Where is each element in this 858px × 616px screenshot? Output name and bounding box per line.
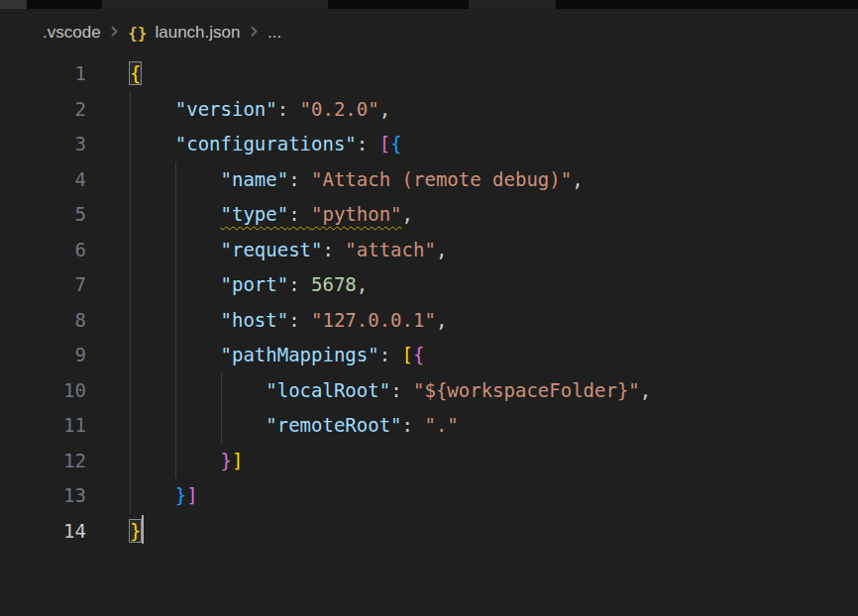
code-token: "type" (221, 203, 289, 225)
code-token: { (390, 133, 401, 154)
line-number[interactable]: 12 (0, 444, 92, 479)
chevron-right-icon: › (249, 19, 259, 43)
line-number[interactable]: 10 (0, 373, 92, 409)
line-number[interactable]: 1 (0, 56, 92, 92)
code-token: , (436, 309, 447, 331)
code-token: : (288, 168, 311, 190)
code-token: [ (379, 133, 390, 154)
code-token: ] (232, 450, 243, 471)
code-token: { (130, 62, 141, 84)
code-line[interactable]: 7 "port": 5678, (0, 267, 858, 303)
code-token (130, 379, 266, 401)
indent-guide (221, 373, 222, 409)
indent-guide (175, 162, 176, 198)
code-token: , (572, 168, 583, 190)
code-token: "0.2.0" (300, 98, 379, 120)
code-token: "remoteRoot" (266, 414, 401, 436)
code-editor[interactable]: 1{2 "version": "0.2.0",3 "configurations… (0, 56, 858, 549)
code-token: : (390, 379, 413, 401)
indent-guide (130, 197, 131, 233)
code-line[interactable]: 11 "remoteRoot": "." (0, 408, 858, 444)
text-cursor (142, 515, 144, 544)
line-number[interactable]: 2 (0, 92, 92, 128)
tab-strip-segment (556, 0, 858, 9)
code-line[interactable]: 14} (0, 514, 858, 550)
code-token: "attach" (345, 239, 436, 260)
code-line[interactable]: 4 "name": "Attach (remote debug)", (0, 162, 858, 198)
tab-strip-segment (469, 0, 556, 9)
indent-guide (130, 267, 131, 303)
line-content: "port": 5678, (92, 267, 858, 303)
code-line[interactable]: 8 "host": "127.0.0.1", (0, 303, 858, 339)
breadcrumb-symbol[interactable]: ... (268, 23, 281, 43)
indent-guide (130, 92, 131, 128)
line-content: "remoteRoot": "." (92, 408, 858, 444)
code-line[interactable]: 5 "type": "python", (0, 197, 858, 233)
code-token: , (357, 273, 368, 295)
line-content: "host": "127.0.0.1", (92, 303, 858, 339)
code-token: , (436, 239, 447, 260)
code-token: "${workspaceFolder}" (413, 379, 640, 401)
code-line[interactable]: 2 "version": "0.2.0", (0, 92, 858, 128)
line-number[interactable]: 13 (0, 478, 92, 514)
code-token: "name" (221, 168, 289, 190)
code-line[interactable]: 9 "pathMappings": [{ (0, 338, 858, 373)
indent-guide (130, 373, 131, 409)
code-line[interactable]: 3 "configurations": [{ (0, 127, 858, 162)
line-number[interactable]: 5 (0, 197, 92, 233)
breadcrumb-file[interactable]: {} launch.json (128, 23, 240, 43)
code-token: : (402, 414, 425, 436)
code-token: { (413, 344, 424, 365)
code-token: [ (402, 344, 413, 365)
indent-guide (175, 408, 176, 444)
code-token: "host" (221, 309, 289, 331)
code-token: "configurations" (175, 133, 357, 154)
line-content: "localRoot": "${workspaceFolder}", (92, 373, 858, 409)
code-token: : (277, 98, 300, 120)
code-line[interactable]: 13 }] (0, 478, 858, 514)
code-token (130, 414, 266, 436)
line-content: "version": "0.2.0", (92, 92, 858, 128)
line-number[interactable]: 3 (0, 127, 92, 162)
code-token: "port" (221, 273, 289, 295)
code-token (130, 133, 175, 154)
code-token: "127.0.0.1" (311, 309, 436, 331)
code-line[interactable]: 12 }] (0, 444, 858, 479)
indent-guide (175, 267, 176, 303)
breadcrumb-folder[interactable]: .vscode (43, 23, 101, 43)
line-content: }] (92, 444, 858, 479)
code-token: } (221, 450, 232, 471)
code-token: , (379, 98, 390, 120)
line-content: "request": "attach", (92, 233, 858, 268)
line-content: "name": "Attach (remote debug)", (92, 162, 858, 198)
code-line[interactable]: 1{ (0, 56, 858, 92)
code-token: , (640, 379, 651, 401)
code-token: "request" (221, 239, 323, 260)
indent-guide (130, 127, 131, 162)
code-line[interactable]: 10 "localRoot": "${workspaceFolder}", (0, 373, 858, 409)
code-token: : (288, 203, 311, 225)
code-token: ] (186, 484, 197, 506)
tab-strip-segment (328, 0, 469, 9)
line-number[interactable]: 8 (0, 303, 92, 339)
line-number[interactable]: 4 (0, 162, 92, 198)
indent-guide (130, 303, 131, 339)
code-token: "python" (311, 203, 402, 225)
indent-guide (175, 444, 176, 479)
line-number[interactable]: 7 (0, 267, 92, 303)
indent-guide (175, 338, 176, 373)
tab-strip (0, 0, 858, 9)
line-number[interactable]: 9 (0, 338, 92, 373)
indent-guide (175, 303, 176, 339)
indent-guide (130, 444, 131, 479)
line-content: { (92, 56, 858, 92)
code-token (130, 98, 175, 120)
line-number[interactable]: 11 (0, 408, 92, 444)
line-content: } (92, 514, 858, 550)
indent-guide (221, 408, 222, 444)
line-number[interactable]: 14 (0, 514, 92, 550)
line-number[interactable]: 6 (0, 233, 92, 268)
indent-guide (130, 233, 131, 268)
code-token: , (402, 203, 413, 225)
code-line[interactable]: 6 "request": "attach", (0, 233, 858, 268)
